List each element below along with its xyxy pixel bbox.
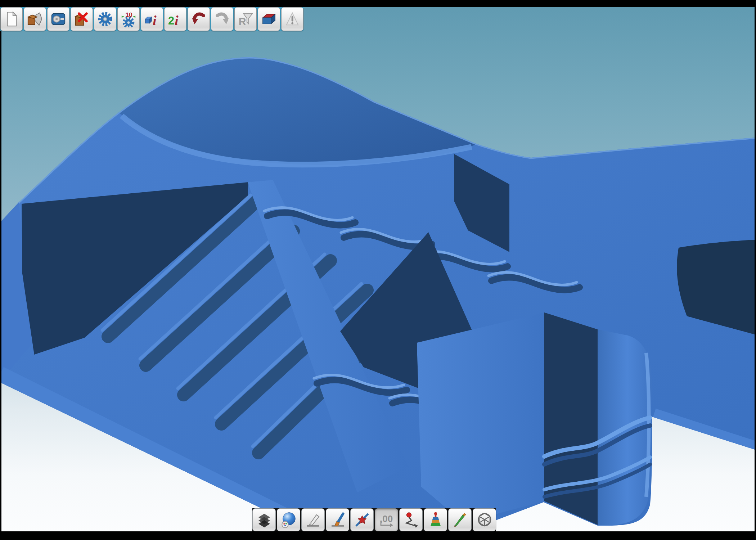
bottom-frame-bar <box>0 531 756 540</box>
pencil-icon <box>451 511 469 528</box>
star-point-button[interactable] <box>350 508 374 531</box>
shaded-sphere-icon <box>280 511 297 528</box>
new-file-button[interactable] <box>0 7 23 31</box>
left-frame-edge <box>0 0 1 540</box>
top-toolbar: 10 i 2 i <box>0 7 303 31</box>
redo-button[interactable] <box>211 7 233 31</box>
point-measure-button[interactable] <box>399 508 423 531</box>
redo-arrow-icon <box>214 11 230 27</box>
shaded-view-button[interactable] <box>277 508 300 531</box>
open-file-button[interactable] <box>24 7 46 31</box>
bottom-toolbar: ,00 <box>252 508 496 531</box>
decimal-label: ,00 <box>380 513 393 524</box>
right-frame-edge <box>755 0 756 540</box>
save-disk-icon <box>50 11 67 27</box>
info-i-label: i <box>153 13 157 27</box>
secondary-info-button[interactable]: 2 i <box>164 7 186 31</box>
decimal-precision-button[interactable]: ,00 <box>375 508 398 531</box>
open-folder-icon <box>27 11 43 27</box>
brush-icon <box>329 511 346 528</box>
model-boss-left-face <box>417 312 544 523</box>
feed-gear-button[interactable]: 10 <box>117 7 140 31</box>
gear-icon <box>97 11 113 27</box>
model-canvas <box>0 0 756 540</box>
new-document-icon <box>3 11 20 27</box>
pen-tool-button[interactable] <box>301 508 325 531</box>
info-2-i: i <box>175 13 179 27</box>
top-frame-bar <box>0 0 756 7</box>
pencil-sketch-button[interactable] <box>448 508 472 531</box>
undo-button[interactable] <box>188 7 210 31</box>
point-arrow-icon <box>402 511 420 528</box>
save-file-button[interactable] <box>47 7 69 31</box>
filter-results-button[interactable]: R <box>234 7 257 31</box>
layers-button[interactable] <box>252 508 276 531</box>
undo-arrow-icon <box>190 11 207 27</box>
rainbow-bell-icon <box>427 511 444 528</box>
machining-gear-button[interactable] <box>94 7 116 31</box>
info-2-icon: 2 i <box>167 11 184 27</box>
decimal-00-icon: ,00 <box>378 511 395 528</box>
star-line-icon <box>354 511 371 528</box>
layers-icon <box>256 511 273 528</box>
stock-box-button[interactable] <box>258 7 280 31</box>
funnel-icon: R <box>237 11 254 27</box>
brush-tool-button[interactable] <box>326 508 349 531</box>
warnings-button[interactable] <box>281 7 303 31</box>
3d-viewport[interactable] <box>0 0 756 540</box>
pen-icon <box>305 511 322 528</box>
cube-info-icon: i <box>144 11 160 27</box>
wireframe-view-button[interactable] <box>473 508 496 531</box>
info-2-digit: 2 <box>168 14 174 27</box>
gear-10-icon: 10 <box>120 11 137 27</box>
render-bell-button[interactable] <box>424 508 447 531</box>
warning-exclamation-icon <box>284 11 301 27</box>
stock-box-icon <box>261 11 277 27</box>
delete-folder-icon <box>73 11 90 27</box>
model-info-button[interactable]: i <box>141 7 163 31</box>
wireframe-sphere-icon <box>476 511 493 528</box>
delete-file-button[interactable] <box>71 7 93 31</box>
filter-r-label: R <box>239 16 246 27</box>
